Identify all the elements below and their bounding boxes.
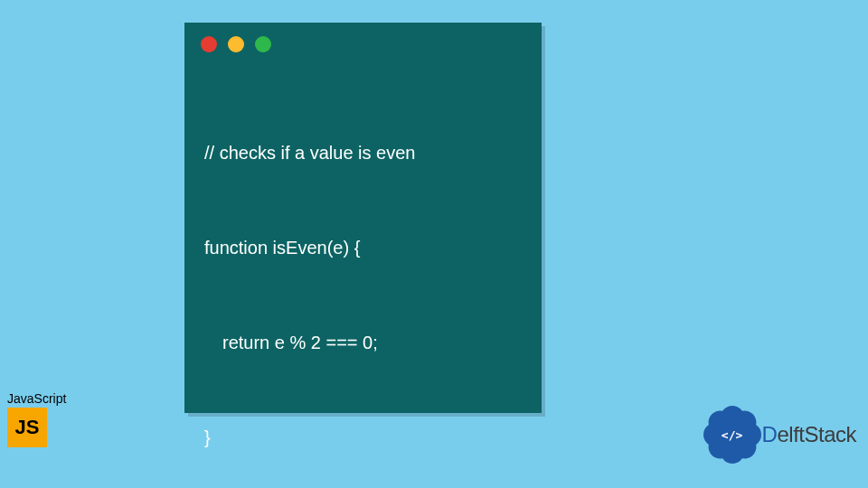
javascript-icon: JS (7, 408, 47, 447)
delftstack-wordmark-first: D (762, 422, 778, 446)
code-line: return e % 2 === 0; (204, 327, 522, 359)
delftstack-wordmark-rest: elftStack (777, 422, 856, 446)
delftstack-logo: </> DelftStack (704, 407, 856, 463)
delftstack-center-glyph: </> (717, 419, 748, 450)
code-line: } (204, 422, 522, 454)
window-controls (184, 23, 542, 52)
code-line: // checks if a value is even (204, 137, 522, 169)
delftstack-wordmark: DelftStack (762, 422, 856, 447)
close-icon (201, 36, 217, 52)
javascript-badge: JavaScript JS (7, 391, 66, 447)
code-window: // checks if a value is even function is… (184, 23, 542, 413)
javascript-icon-text: JS (15, 416, 40, 439)
minimize-icon (228, 36, 244, 52)
javascript-label: JavaScript (7, 391, 66, 406)
maximize-icon (255, 36, 271, 52)
delftstack-seal-icon: </> (704, 407, 760, 463)
code-line: function isEven(e) { (204, 232, 522, 264)
code-body: // checks if a value is even function is… (184, 52, 542, 488)
